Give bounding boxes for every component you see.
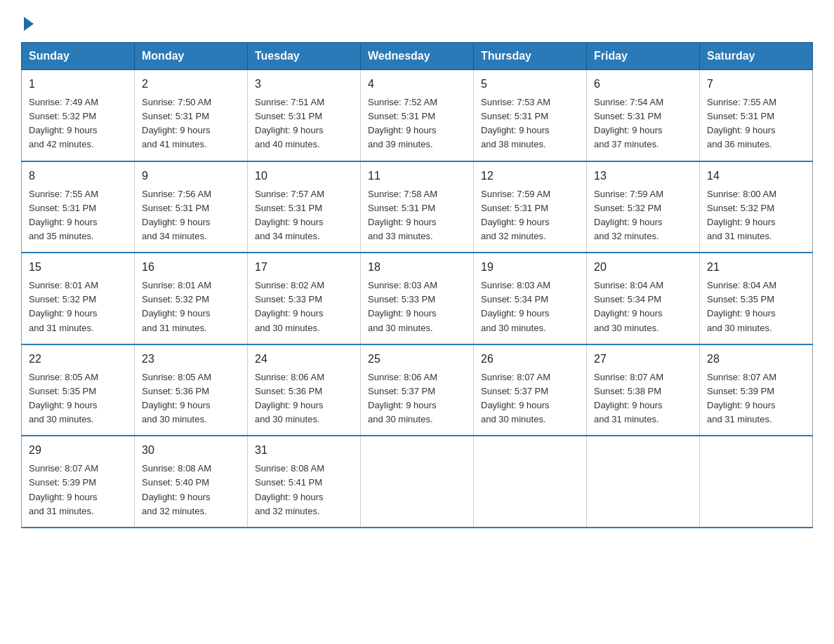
calendar-week-row: 22Sunrise: 8:05 AMSunset: 5:35 PMDayligh… — [22, 344, 813, 436]
calendar-cell: 18Sunrise: 8:03 AMSunset: 5:33 PMDayligh… — [361, 253, 474, 344]
calendar-cell: 15Sunrise: 8:01 AMSunset: 5:32 PMDayligh… — [22, 253, 135, 344]
calendar-cell: 6Sunrise: 7:54 AMSunset: 5:31 PMDaylight… — [587, 70, 700, 161]
day-info: Sunrise: 8:07 AMSunset: 5:39 PMDaylight:… — [29, 462, 127, 518]
day-number: 10 — [255, 168, 353, 185]
day-info: Sunrise: 7:55 AMSunset: 5:31 PMDaylight:… — [29, 187, 127, 244]
day-number: 1 — [29, 76, 127, 93]
day-info: Sunrise: 8:05 AMSunset: 5:35 PMDaylight:… — [29, 370, 127, 427]
day-number: 6 — [594, 76, 692, 93]
calendar-cell: 11Sunrise: 7:58 AMSunset: 5:31 PMDayligh… — [361, 161, 474, 253]
day-info: Sunrise: 8:03 AMSunset: 5:33 PMDaylight:… — [368, 279, 466, 335]
day-number: 29 — [29, 442, 127, 459]
day-number: 7 — [707, 76, 805, 93]
calendar-cell: 26Sunrise: 8:07 AMSunset: 5:37 PMDayligh… — [474, 344, 587, 436]
day-number: 20 — [594, 259, 692, 276]
calendar-cell: 24Sunrise: 8:06 AMSunset: 5:36 PMDayligh… — [248, 344, 361, 436]
logo — [21, 14, 34, 28]
day-number: 31 — [255, 442, 353, 459]
day-info: Sunrise: 8:02 AMSunset: 5:33 PMDaylight:… — [255, 279, 353, 335]
calendar-header-thursday: Thursday — [474, 43, 587, 70]
day-number: 23 — [142, 351, 240, 368]
day-info: Sunrise: 7:57 AMSunset: 5:31 PMDaylight:… — [255, 187, 353, 244]
day-info: Sunrise: 8:08 AMSunset: 5:41 PMDaylight:… — [255, 462, 353, 518]
page-header — [21, 14, 813, 28]
calendar-week-row: 1Sunrise: 7:49 AMSunset: 5:32 PMDaylight… — [22, 70, 813, 161]
calendar-cell: 30Sunrise: 8:08 AMSunset: 5:40 PMDayligh… — [135, 436, 248, 528]
day-number: 2 — [142, 76, 240, 93]
day-number: 22 — [29, 351, 127, 368]
day-number: 15 — [29, 259, 127, 276]
calendar-header-tuesday: Tuesday — [248, 43, 361, 70]
day-number: 8 — [29, 168, 127, 185]
calendar-cell: 9Sunrise: 7:56 AMSunset: 5:31 PMDaylight… — [135, 161, 248, 253]
day-number: 5 — [481, 76, 579, 93]
day-info: Sunrise: 7:59 AMSunset: 5:31 PMDaylight:… — [481, 187, 579, 244]
calendar-cell: 21Sunrise: 8:04 AMSunset: 5:35 PMDayligh… — [700, 253, 813, 344]
calendar-header-sunday: Sunday — [22, 43, 135, 70]
calendar-cell: 20Sunrise: 8:04 AMSunset: 5:34 PMDayligh… — [587, 253, 700, 344]
day-number: 18 — [368, 259, 466, 276]
calendar-cell: 19Sunrise: 8:03 AMSunset: 5:34 PMDayligh… — [474, 253, 587, 344]
calendar-cell: 2Sunrise: 7:50 AMSunset: 5:31 PMDaylight… — [135, 70, 248, 161]
calendar-cell: 12Sunrise: 7:59 AMSunset: 5:31 PMDayligh… — [474, 161, 587, 253]
day-info: Sunrise: 7:58 AMSunset: 5:31 PMDaylight:… — [368, 187, 466, 244]
calendar-cell: 8Sunrise: 7:55 AMSunset: 5:31 PMDaylight… — [22, 161, 135, 253]
day-number: 16 — [142, 259, 240, 276]
calendar-cell: 31Sunrise: 8:08 AMSunset: 5:41 PMDayligh… — [248, 436, 361, 528]
day-number: 12 — [481, 168, 579, 185]
calendar-cell: 13Sunrise: 7:59 AMSunset: 5:32 PMDayligh… — [587, 161, 700, 253]
calendar-cell: 4Sunrise: 7:52 AMSunset: 5:31 PMDaylight… — [361, 70, 474, 161]
calendar-cell — [474, 436, 587, 528]
day-number: 27 — [594, 351, 692, 368]
calendar-header-friday: Friday — [587, 43, 700, 70]
day-number: 19 — [481, 259, 579, 276]
calendar-cell: 3Sunrise: 7:51 AMSunset: 5:31 PMDaylight… — [248, 70, 361, 161]
day-number: 4 — [368, 76, 466, 93]
day-number: 26 — [481, 351, 579, 368]
day-info: Sunrise: 7:56 AMSunset: 5:31 PMDaylight:… — [142, 187, 240, 244]
day-info: Sunrise: 7:54 AMSunset: 5:31 PMDaylight:… — [594, 95, 692, 152]
day-info: Sunrise: 7:50 AMSunset: 5:31 PMDaylight:… — [142, 95, 240, 152]
calendar-table: SundayMondayTuesdayWednesdayThursdayFrid… — [21, 42, 813, 528]
calendar-header-saturday: Saturday — [700, 43, 813, 70]
calendar-header-wednesday: Wednesday — [361, 43, 474, 70]
day-info: Sunrise: 8:07 AMSunset: 5:39 PMDaylight:… — [707, 370, 805, 427]
day-number: 9 — [142, 168, 240, 185]
calendar-cell: 22Sunrise: 8:05 AMSunset: 5:35 PMDayligh… — [22, 344, 135, 436]
day-info: Sunrise: 8:07 AMSunset: 5:38 PMDaylight:… — [594, 370, 692, 427]
day-info: Sunrise: 8:05 AMSunset: 5:36 PMDaylight:… — [142, 370, 240, 427]
calendar-cell: 16Sunrise: 8:01 AMSunset: 5:32 PMDayligh… — [135, 253, 248, 344]
day-number: 28 — [707, 351, 805, 368]
calendar-cell: 27Sunrise: 8:07 AMSunset: 5:38 PMDayligh… — [587, 344, 700, 436]
calendar-header-monday: Monday — [135, 43, 248, 70]
calendar-cell: 1Sunrise: 7:49 AMSunset: 5:32 PMDaylight… — [22, 70, 135, 161]
calendar-cell: 23Sunrise: 8:05 AMSunset: 5:36 PMDayligh… — [135, 344, 248, 436]
calendar-week-row: 29Sunrise: 8:07 AMSunset: 5:39 PMDayligh… — [22, 436, 813, 528]
day-info: Sunrise: 7:59 AMSunset: 5:32 PMDaylight:… — [594, 187, 692, 244]
calendar-cell: 17Sunrise: 8:02 AMSunset: 5:33 PMDayligh… — [248, 253, 361, 344]
day-number: 30 — [142, 442, 240, 459]
day-info: Sunrise: 8:04 AMSunset: 5:35 PMDaylight:… — [707, 279, 805, 335]
day-number: 17 — [255, 259, 353, 276]
calendar-week-row: 8Sunrise: 7:55 AMSunset: 5:31 PMDaylight… — [22, 161, 813, 253]
calendar-header-row: SundayMondayTuesdayWednesdayThursdayFrid… — [22, 43, 813, 70]
day-number: 21 — [707, 259, 805, 276]
calendar-week-row: 15Sunrise: 8:01 AMSunset: 5:32 PMDayligh… — [22, 253, 813, 344]
calendar-cell: 7Sunrise: 7:55 AMSunset: 5:31 PMDaylight… — [700, 70, 813, 161]
day-number: 14 — [707, 168, 805, 185]
day-number: 11 — [368, 168, 466, 185]
day-number: 3 — [255, 76, 353, 93]
calendar-cell — [361, 436, 474, 528]
calendar-cell: 28Sunrise: 8:07 AMSunset: 5:39 PMDayligh… — [700, 344, 813, 436]
day-info: Sunrise: 7:51 AMSunset: 5:31 PMDaylight:… — [255, 95, 353, 152]
calendar-cell: 10Sunrise: 7:57 AMSunset: 5:31 PMDayligh… — [248, 161, 361, 253]
day-info: Sunrise: 8:08 AMSunset: 5:40 PMDaylight:… — [142, 462, 240, 518]
calendar-cell: 5Sunrise: 7:53 AMSunset: 5:31 PMDaylight… — [474, 70, 587, 161]
day-number: 13 — [594, 168, 692, 185]
calendar-cell: 29Sunrise: 8:07 AMSunset: 5:39 PMDayligh… — [22, 436, 135, 528]
day-info: Sunrise: 7:55 AMSunset: 5:31 PMDaylight:… — [707, 95, 805, 152]
day-info: Sunrise: 8:01 AMSunset: 5:32 PMDaylight:… — [29, 279, 127, 335]
day-info: Sunrise: 8:03 AMSunset: 5:34 PMDaylight:… — [481, 279, 579, 335]
day-info: Sunrise: 8:04 AMSunset: 5:34 PMDaylight:… — [594, 279, 692, 335]
day-info: Sunrise: 8:07 AMSunset: 5:37 PMDaylight:… — [481, 370, 579, 427]
